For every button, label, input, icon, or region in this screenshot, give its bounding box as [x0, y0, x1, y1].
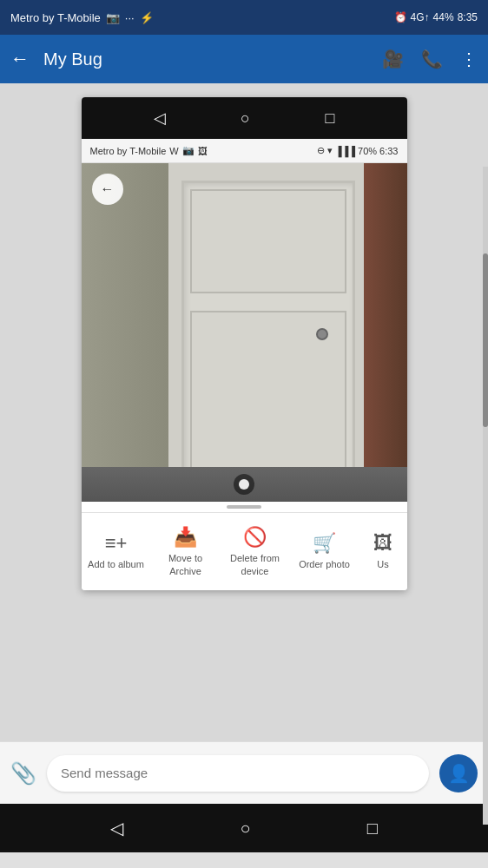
phone-icon[interactable]: 📞: [421, 49, 443, 69]
time-text: 8:35: [458, 11, 478, 23]
phone-screenshot-frame: ◁ ○ □ Metro by T-Mobile W 📷 🖼 ⊖ ▾ ▐▐▐ 70…: [82, 97, 407, 590]
order-photo-label: Order photo: [299, 558, 350, 570]
photo-display-area: ←: [82, 163, 407, 502]
inner-battery-text: 70%: [358, 146, 377, 156]
progress-indicator: [234, 474, 254, 495]
inner-nav-bar: ◁ ○ □: [82, 97, 407, 139]
photo-back-arrow-icon: ←: [101, 181, 115, 197]
carrier-text: Metro by T-Mobile: [10, 11, 101, 24]
use-button[interactable]: 🖼 Us: [359, 513, 407, 590]
delete-from-device-icon: 🚫: [243, 526, 267, 549]
order-photo-button[interactable]: 🛒 Order photo: [290, 513, 359, 590]
main-content: ◁ ○ □ Metro by T-Mobile W 📷 🖼 ⊖ ▾ ▐▐▐ 70…: [0, 83, 488, 741]
cabinet-right: [364, 163, 407, 502]
photo-back-button[interactable]: ←: [92, 174, 123, 205]
video-camera-icon[interactable]: 🎥: [382, 49, 404, 69]
doorknob: [316, 328, 328, 340]
inner-gallery-icon: 🖼: [198, 146, 208, 156]
add-to-album-label: Add to album: [88, 558, 144, 570]
screenshot-icon: 📷: [106, 11, 120, 24]
person-icon: 👤: [448, 763, 470, 784]
inner-wifi-icon: ▾: [327, 145, 333, 156]
bluetooth-icon: ⚡: [140, 11, 154, 24]
move-to-archive-button[interactable]: 📥 Move to Archive: [151, 513, 221, 590]
app-bar-actions: 🎥 📞 ⋮: [382, 49, 478, 69]
scrollbar-thumb[interactable]: [483, 253, 488, 427]
scrollbar[interactable]: [483, 167, 488, 825]
inner-carrier-text: Metro by T-Mobile: [90, 146, 167, 156]
inner-back-nav-icon: ◁: [154, 108, 166, 128]
wall-left: [82, 163, 173, 502]
move-to-archive-icon: 📥: [174, 526, 197, 549]
add-to-album-icon: ≡+: [105, 532, 128, 555]
carrier-info: Metro by T-Mobile 📷 ··· ⚡: [10, 11, 154, 24]
more-dots: ···: [125, 11, 135, 24]
battery-text: 44%: [433, 11, 454, 23]
nav-back-icon[interactable]: ◁: [110, 818, 123, 838]
inner-home-nav-icon: ○: [241, 109, 250, 128]
bottom-navigation: ◁ ○ □: [0, 804, 488, 852]
send-button[interactable]: 👤: [439, 754, 478, 792]
delete-from-device-button[interactable]: 🚫 Delete from device: [221, 513, 290, 590]
use-icon: 🖼: [373, 532, 392, 555]
back-button[interactable]: ←: [10, 48, 30, 70]
move-to-archive-label: Move to Archive: [155, 552, 217, 577]
status-icons: ⏰ 4G↑ 44% 8:35: [394, 11, 478, 23]
photo-toolbar: ≡+ Add to album 📥 Move to Archive 🚫 Dele…: [82, 512, 407, 590]
message-input[interactable]: [47, 755, 429, 792]
nav-home-icon[interactable]: ○: [240, 819, 250, 838]
delete-from-device-label: Delete from device: [224, 552, 287, 577]
add-to-album-button[interactable]: ≡+ Add to album: [82, 513, 151, 590]
alarm-icon: ⏰: [394, 11, 407, 23]
more-vert-icon[interactable]: ⋮: [460, 49, 478, 69]
attach-icon[interactable]: 📎: [10, 761, 36, 786]
app-bar: ← My Bug 🎥 📞 ⋮: [0, 35, 488, 83]
inner-status-right: ⊖ ▾ ▐▐▐ 70% 6:33: [317, 145, 399, 156]
signal-icon: 4G↑: [411, 11, 430, 23]
inner-status-bar: Metro by T-Mobile W 📷 🖼 ⊖ ▾ ▐▐▐ 70% 6:33: [82, 139, 407, 163]
nav-recents-icon[interactable]: □: [367, 819, 378, 838]
door-scene: [82, 163, 407, 502]
order-photo-icon: 🛒: [313, 532, 336, 555]
inner-recents-nav-icon: □: [325, 109, 334, 128]
message-input-area: 📎 👤: [0, 741, 488, 804]
app-title: My Bug: [43, 49, 368, 69]
inner-carrier: Metro by T-Mobile W 📷 🖼: [90, 145, 208, 156]
inner-screenshot-icon: 📷: [182, 145, 195, 156]
inner-time-text: 6:33: [379, 146, 398, 156]
door-panel-top: [190, 189, 346, 293]
scroll-indicator-bar: [82, 502, 407, 512]
progress-dot-inner: [239, 479, 249, 490]
use-label: Us: [377, 558, 388, 570]
scroll-indicator-dot: [227, 505, 261, 509]
status-bar: Metro by T-Mobile 📷 ··· ⚡ ⏰ 4G↑ 44% 8:35: [0, 0, 488, 35]
inner-signal-icon: ▐▐▐: [335, 146, 355, 156]
inner-w-icon: W: [169, 146, 178, 156]
inner-do-not-disturb-icon: ⊖: [317, 145, 325, 156]
